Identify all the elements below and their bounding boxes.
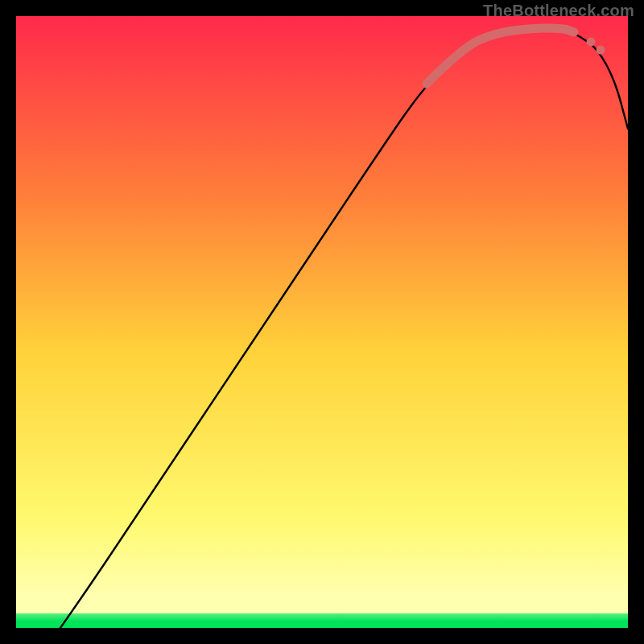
background-gradient: [16, 16, 628, 628]
marker-dot: [597, 46, 605, 55]
svg-rect-1: [16, 613, 628, 628]
svg-rect-0: [16, 16, 628, 628]
chart-container: TheBottleneck.com: [0, 0, 644, 644]
marker-dot: [587, 38, 596, 47]
plot-area: [16, 16, 628, 628]
